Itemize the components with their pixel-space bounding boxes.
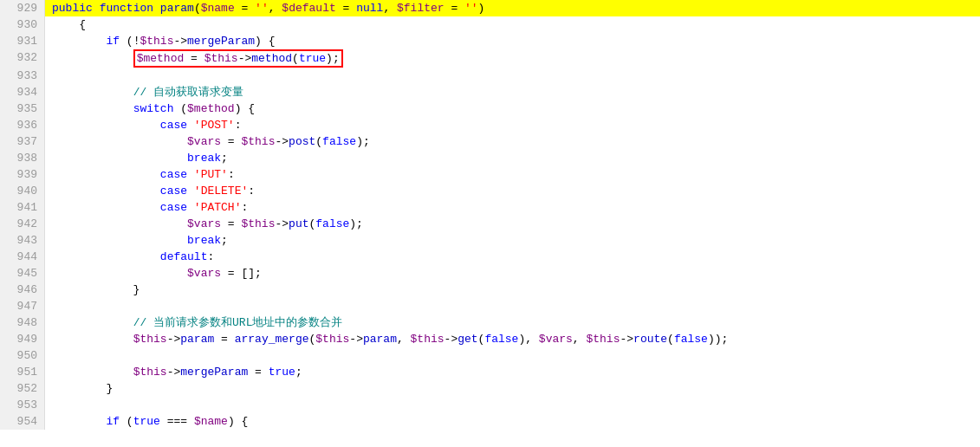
line-row: 938 break; <box>0 150 980 166</box>
line-number: 943 <box>0 232 45 249</box>
line-row: 940 case 'DELETE': <box>0 183 980 199</box>
line-number: 949 <box>0 331 45 347</box>
line-content: // 当前请求参数和URL地址中的参数合并 <box>45 314 980 331</box>
line-content: // 自动获取请求变量 <box>45 84 980 100</box>
line-row: 947 <box>0 298 980 314</box>
line-number: 930 <box>0 16 45 33</box>
line-content: break; <box>45 232 980 249</box>
line-row: 946 } <box>0 282 980 298</box>
line-content: if (!$this->mergeParam) { <box>45 33 980 49</box>
line-number: 936 <box>0 117 45 133</box>
line-row: 954 if (true === $name) { <box>0 413 980 430</box>
line-number: 952 <box>0 380 45 397</box>
line-content <box>45 298 980 314</box>
line-number: 933 <box>0 68 45 84</box>
line-row: 935 switch ($method) { <box>0 100 980 117</box>
line-number: 942 <box>0 216 45 232</box>
line-number: 946 <box>0 282 45 298</box>
line-number: 929 <box>0 0 45 16</box>
line-row: 942 $vars = $this->put(false); <box>0 216 980 232</box>
line-content: $vars = $this->post(false); <box>45 133 980 150</box>
line-content: break; <box>45 150 980 166</box>
line-content: $vars = $this->put(false); <box>45 216 980 232</box>
line-content: } <box>45 380 980 397</box>
line-row: 936 case 'POST': <box>0 117 980 133</box>
line-row: 933 <box>0 68 980 84</box>
line-content: default: <box>45 249 980 265</box>
line-content: public function param($name = '', $defau… <box>45 0 980 16</box>
line-number: 953 <box>0 397 45 413</box>
line-row: 950 <box>0 347 980 364</box>
line-row: 949 $this->param = array_merge($this->pa… <box>0 331 980 347</box>
line-row: 930 { <box>0 16 980 33</box>
line-row: 939 case 'PUT': <box>0 166 980 183</box>
line-row: 932 $method = $this->method(true); <box>0 49 980 68</box>
line-row: 952 } <box>0 380 980 397</box>
line-row: 931 if (!$this->mergeParam) { <box>0 33 980 49</box>
code-editor: 929 public function param($name = '', $d… <box>0 0 980 447</box>
line-content <box>45 397 980 413</box>
line-content: } <box>45 282 980 298</box>
line-row: 929 public function param($name = '', $d… <box>0 0 980 16</box>
line-row: 944 default: <box>0 249 980 265</box>
line-number: 944 <box>0 249 45 265</box>
line-number: 948 <box>0 314 45 331</box>
line-content <box>45 347 980 364</box>
line-row: 945 $vars = []; <box>0 265 980 282</box>
line-row: 937 $vars = $this->post(false); <box>0 133 980 150</box>
line-row: 943 break; <box>0 232 980 249</box>
line-number: 945 <box>0 265 45 282</box>
line-number: 947 <box>0 298 45 314</box>
line-number: 931 <box>0 33 45 49</box>
line-number: 940 <box>0 183 45 199</box>
line-number: 941 <box>0 199 45 216</box>
line-number: 954 <box>0 413 45 430</box>
line-number: 934 <box>0 84 45 100</box>
line-content: case 'DELETE': <box>45 183 980 199</box>
line-content: case 'PATCH': <box>45 199 980 216</box>
line-row: 953 <box>0 397 980 413</box>
line-content: case 'POST': <box>45 117 980 133</box>
line-content: case 'PUT': <box>45 166 980 183</box>
line-content: { <box>45 16 980 33</box>
line-content: $this->mergeParam = true; <box>45 364 980 380</box>
line-number: 951 <box>0 364 45 380</box>
line-number: 950 <box>0 347 45 364</box>
line-row: 941 case 'PATCH': <box>0 199 980 216</box>
line-content: switch ($method) { <box>45 100 980 117</box>
line-number: 932 <box>0 49 45 68</box>
line-row: 951 $this->mergeParam = true; <box>0 364 980 380</box>
line-row: 934 // 自动获取请求变量 <box>0 84 980 100</box>
line-content: $vars = []; <box>45 265 980 282</box>
line-number: 939 <box>0 166 45 183</box>
line-number: 935 <box>0 100 45 117</box>
line-content: if (true === $name) { <box>45 413 980 430</box>
line-row: 948 // 当前请求参数和URL地址中的参数合并 <box>0 314 980 331</box>
line-content <box>45 68 980 84</box>
line-content: $this->param = array_merge($this->param,… <box>45 331 980 347</box>
line-number: 937 <box>0 133 45 150</box>
line-content: $method = $this->method(true); <box>45 49 980 68</box>
line-number: 938 <box>0 150 45 166</box>
